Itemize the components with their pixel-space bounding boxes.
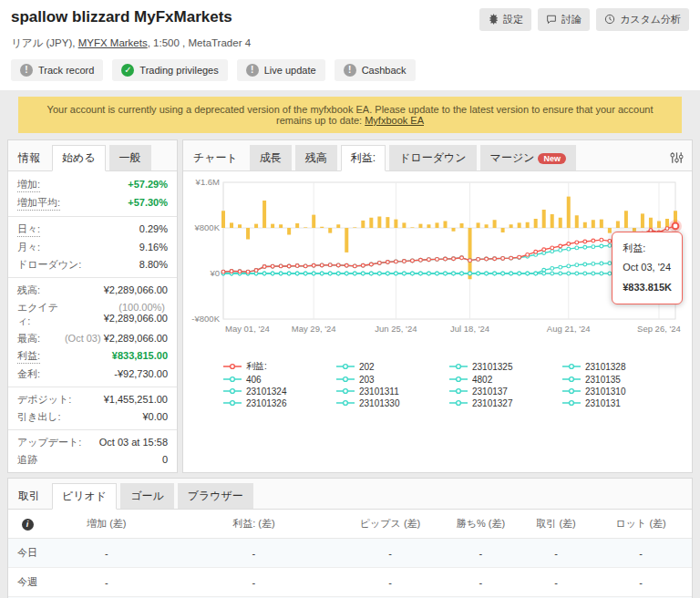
tab-label: ブラウザー	[188, 490, 243, 502]
stat-row: 残高:¥2,289,066.00	[8, 282, 177, 299]
stat-label[interactable]: 利益:	[17, 349, 40, 364]
legend-item-406[interactable]: 406	[223, 375, 336, 385]
legend-label: 203	[359, 375, 375, 385]
banner-link[interactable]: Myfxbook EA	[365, 115, 424, 126]
stat-label[interactable]: 増加平均:	[17, 196, 60, 211]
stat-row: 利益:¥833,815.00	[8, 347, 177, 366]
legend-item-2310137[interactable]: 2310137	[449, 387, 562, 397]
stat-label: アップデート:	[17, 436, 81, 449]
stat-row: 追跡0	[8, 451, 177, 469]
legend-item-23101328[interactable]: 23101328	[562, 360, 675, 373]
info-icon[interactable]: i	[22, 519, 34, 531]
legend-marker-icon	[562, 375, 581, 385]
tune-icon[interactable]	[669, 151, 685, 167]
divider	[8, 387, 177, 387]
legend-marker-icon	[562, 387, 581, 397]
stat-label[interactable]: 日々:	[17, 222, 40, 237]
legend-marker-icon	[223, 387, 242, 397]
custom-analysis-button[interactable]: カスタム分析	[596, 8, 689, 31]
tab-一般[interactable]: 一般	[109, 145, 151, 170]
badge-trading-privileges[interactable]: ✓Trading privileges	[112, 59, 227, 81]
stat-label: 金利:	[17, 367, 40, 381]
account-subtitle: リアル (JPY), MYFX Markets, 1:500 , MetaTra…	[0, 33, 700, 57]
chart-area: May 01, '24May 29, '24Jun 25, '24Jul 18,…	[183, 171, 692, 358]
legend-item-23101325[interactable]: 23101325	[449, 360, 562, 373]
stat-row: デポジット:¥1,455,251.00	[8, 391, 177, 408]
legend-item-23101311[interactable]: 23101311	[336, 387, 449, 397]
header-actions: 設定討論カスタム分析	[479, 8, 689, 31]
legend-label: 202	[359, 362, 375, 372]
badge-live-update[interactable]: !Live update	[237, 59, 325, 81]
stat-label: 引き出し:	[17, 410, 61, 424]
legend-item-2310135[interactable]: 2310135	[562, 375, 675, 385]
stat-row: 月々:9.16%	[8, 239, 177, 256]
legend-label: 23101310	[585, 387, 626, 397]
legend-item-23101330[interactable]: 23101330	[336, 398, 449, 408]
cell-value: -	[554, 577, 558, 588]
check-icon: ✓	[121, 64, 134, 77]
divider	[8, 216, 177, 217]
stat-label: 残高:	[17, 284, 40, 297]
chart-legend: 利益:4062310132423101326202203231013112310…	[183, 358, 692, 418]
legend-item-202[interactable]: 202	[336, 360, 449, 373]
table-cell: -	[522, 539, 590, 568]
chart-tabs: チャート成長残高利益:ドローダウンマージンNew	[183, 140, 692, 171]
discussion-button[interactable]: 討論	[538, 8, 590, 31]
stat-row: 最高:(Oct 03)¥2,289,066.00	[8, 330, 177, 347]
stat-label: 最高:	[17, 332, 40, 345]
table-cell: -	[167, 568, 341, 597]
cell-value: -	[388, 548, 392, 559]
divider	[8, 277, 177, 278]
tab-成長[interactable]: 成長	[250, 145, 292, 170]
column-header: 利益: (差)	[167, 510, 341, 539]
legend-item-2310131[interactable]: 2310131	[562, 398, 675, 408]
tab-情報[interactable]: 情報	[15, 145, 48, 170]
legend-marker-icon	[562, 398, 581, 408]
legend-item-23101327[interactable]: 23101327	[449, 398, 562, 408]
stat-value: (100.00%)¥2,289,066.00	[66, 302, 168, 324]
legend-marker-icon	[449, 387, 468, 397]
legend-marker-icon	[336, 387, 355, 397]
legend-item-23101310[interactable]: 23101310	[562, 387, 675, 397]
tab-ブラウザー[interactable]: ブラウザー	[178, 483, 253, 509]
tab-マージン[interactable]: マージンNew	[480, 145, 576, 170]
legend-item-利益[interactable]: 利益:	[223, 360, 336, 373]
legend-marker-icon	[223, 398, 242, 408]
legend-item-203[interactable]: 203	[336, 375, 449, 385]
broker-link[interactable]: MYFX Markets	[78, 37, 148, 48]
cell-value: -	[639, 548, 643, 559]
stat-label[interactable]: 増加:	[17, 178, 40, 192]
legend-item-23101326[interactable]: 23101326	[223, 398, 336, 408]
tab-ゴール[interactable]: ゴール	[120, 483, 174, 509]
legend-label: 23101328	[585, 362, 626, 372]
tab-ピリオド[interactable]: ピリオド	[52, 483, 117, 510]
stat-value: 8.80%	[139, 259, 168, 270]
column-header: 取引 (差)	[522, 510, 590, 539]
settings-button[interactable]: 設定	[479, 8, 531, 31]
tab-始める[interactable]: 始める	[52, 145, 106, 171]
stat-row: 金利:-¥92,730.00	[8, 366, 177, 383]
tab-チャート[interactable]: チャート	[190, 145, 246, 170]
legend-item-23101324[interactable]: 23101324	[223, 387, 336, 397]
legend-label: 2310135	[585, 375, 621, 385]
page-title: spallow blizzard MyFxMarkets	[11, 8, 232, 26]
legend-marker-icon	[449, 398, 468, 408]
tooltip-value: ¥833.815K	[623, 278, 672, 297]
tab-label: ドローダウン	[399, 151, 466, 164]
tab-label: 始める	[62, 151, 96, 164]
table-cell: -	[341, 568, 439, 597]
tab-ドローダウン[interactable]: ドローダウン	[389, 145, 476, 170]
info-tabs: 情報始める一般	[8, 140, 177, 171]
button-label: 討論	[561, 13, 582, 26]
badge-track-record[interactable]: !Track record	[11, 59, 103, 81]
tab-残高[interactable]: 残高	[295, 145, 337, 170]
legend-item-4802[interactable]: 4802	[449, 375, 562, 385]
tab-label: 利益:	[351, 151, 376, 164]
table-cell: -	[46, 568, 167, 597]
row-label: 今週	[8, 568, 46, 597]
badge-label: Live update	[264, 65, 316, 76]
tab-取引[interactable]: 取引	[15, 483, 48, 509]
tab-利益:[interactable]: 利益:	[341, 145, 386, 171]
badge-cashback[interactable]: !Cashback	[335, 59, 416, 81]
info-panel: 情報始める一般 増加:+57.29%増加平均:+57.30%日々:0.29%月々…	[7, 139, 178, 473]
